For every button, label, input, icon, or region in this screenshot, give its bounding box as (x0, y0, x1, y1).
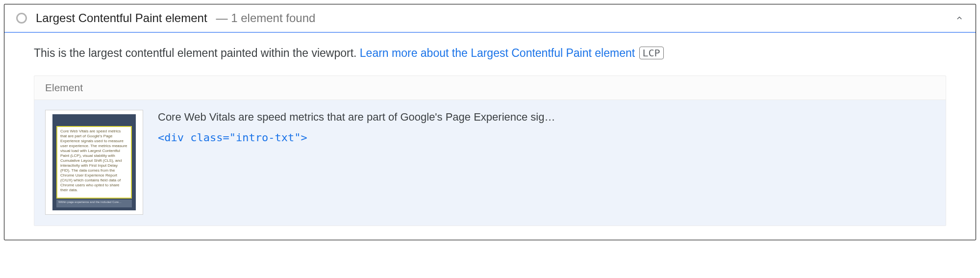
element-table: Element Core Web Vitals are speed metric… (34, 76, 946, 226)
audit-subtitle: — 1 element found (216, 11, 316, 25)
audit-title: Largest Contentful Paint element (36, 11, 207, 25)
description-text: This is the largest contentful element p… (34, 47, 360, 59)
chevron-up-icon[interactable] (955, 14, 964, 23)
audit-header[interactable]: Largest Contentful Paint element — 1 ele… (4, 4, 976, 33)
element-thumbnail: Core Web Vitals are speed metrics that a… (45, 110, 143, 215)
audit-body: This is the largest contentful element p… (4, 33, 976, 240)
table-row[interactable]: Core Web Vitals are speed metrics that a… (34, 100, 946, 226)
thumbnail-footer: Within page experience and the included … (56, 200, 132, 207)
audit-item: Largest Contentful Paint element — 1 ele… (4, 4, 976, 240)
thumbnail-text: Core Web Vitals are speed metrics that a… (56, 126, 132, 199)
metric-tag: LCP (639, 47, 664, 59)
element-snippet: Core Web Vitals are speed metrics that a… (158, 110, 935, 125)
audit-description: This is the largest contentful element p… (34, 45, 946, 62)
element-selector: <div class="intro-txt"> (158, 131, 935, 144)
status-circle-icon (16, 13, 27, 24)
learn-more-link[interactable]: Learn more about the Largest Contentful … (360, 47, 635, 59)
element-details: Core Web Vitals are speed metrics that a… (158, 110, 935, 144)
element-table-header: Element (34, 76, 946, 100)
